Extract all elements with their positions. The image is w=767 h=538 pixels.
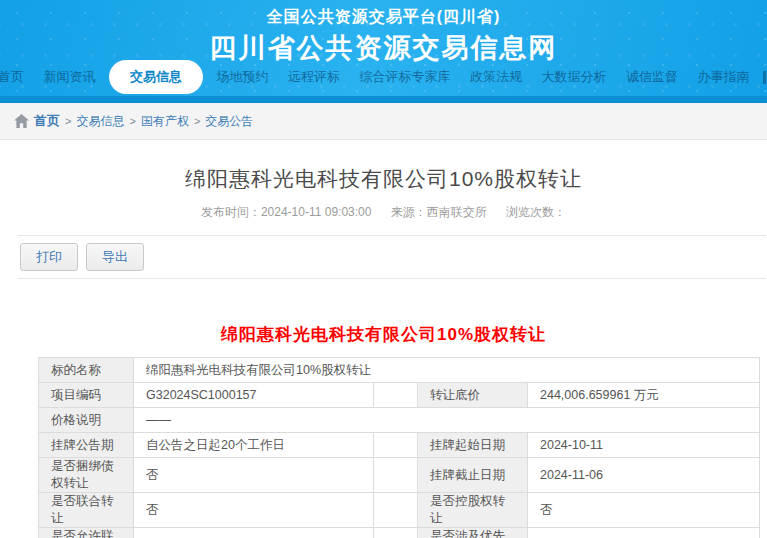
detail-heading: 绵阳惠科光电科技有限公司10%股权转让 xyxy=(0,323,767,346)
table-row: 是否捆绑债权转让 否 挂牌截止日期 2024-11-06 xyxy=(39,458,760,493)
field-value: 244,006.659961 万元 xyxy=(528,383,760,408)
toolbar: 打印 导出 xyxy=(20,243,767,271)
field-label: 是否联合转让 xyxy=(39,493,134,528)
table-row: 挂牌公告期 自公告之日起20个工作日 挂牌起始日期 2024-10-11 xyxy=(39,433,760,458)
breadcrumb-separator: > xyxy=(194,115,200,127)
breadcrumb-trade-info[interactable]: 交易信息 xyxy=(76,113,124,130)
breadcrumb-separator: > xyxy=(129,115,135,127)
home-icon xyxy=(14,114,29,128)
field-value: 否 xyxy=(134,458,374,493)
breadcrumb: 首页 > 交易信息 > 国有产权 > 交易公告 xyxy=(0,103,767,140)
nav-item-news[interactable]: 新闻资讯 xyxy=(38,61,102,93)
field-label: 挂牌截止日期 xyxy=(418,458,528,493)
divider xyxy=(18,278,766,279)
field-value: 2024-11-06 xyxy=(528,458,760,493)
nav-item-policies[interactable]: 政策法规 xyxy=(464,61,528,93)
nav-item-integrity[interactable]: 诚信监督 xyxy=(620,61,684,93)
main-content: 绵阳惠科光电科技有限公司10%股权转让 发布时间：2024-10-11 09:0… xyxy=(0,165,767,538)
field-label: 标的名称 xyxy=(39,358,134,383)
field-label: 项目编码 xyxy=(39,383,134,408)
site-subtitle: 全国公共资源交易平台(四川省) xyxy=(0,7,767,28)
table-row: 价格说明 —— xyxy=(39,408,760,433)
spacer-cell xyxy=(374,383,418,408)
field-value: 绵阳惠科光电科技有限公司10%股权转让 xyxy=(134,358,760,383)
banner-titles: 全国公共资源交易平台(四川省) 四川省公共资源交易信息网 xyxy=(0,0,767,66)
field-value: 自公告之日起20个工作日 xyxy=(134,433,374,458)
nav-item-partial[interactable] xyxy=(763,71,766,84)
article-title: 绵阳惠科光电科技有限公司10%股权转让 xyxy=(0,165,767,193)
field-value: —— xyxy=(134,408,760,433)
article-source: 来源：西南联交所 xyxy=(391,205,487,219)
table-row: 是否联合转让 否 是否控股权转让 否 xyxy=(39,493,760,528)
nav-item-big-data[interactable]: 大数据分析 xyxy=(536,61,613,93)
field-value: 涉及 xyxy=(528,528,760,538)
field-value: 否 xyxy=(134,493,374,528)
field-label: 是否允许联合受让 xyxy=(39,528,134,538)
table-row: 项目编码 G32024SC1000157 转让底价 244,006.659961… xyxy=(39,383,760,408)
article-meta: 发布时间：2024-10-11 09:03:00 来源：西南联交所 浏览次数： xyxy=(0,204,767,221)
spacer-cell xyxy=(374,433,418,458)
nav-item-trade-info[interactable]: 交易信息 xyxy=(109,60,203,94)
print-button[interactable]: 打印 xyxy=(20,243,78,271)
site-banner: 全国公共资源交易平台(四川省) 四川省公共资源交易信息网 首页 新闻资讯 交易信… xyxy=(0,0,767,96)
field-label: 挂牌起始日期 xyxy=(418,433,528,458)
divider xyxy=(18,235,766,236)
field-value: 2024-10-11 xyxy=(528,433,760,458)
field-value: 否 xyxy=(134,528,374,538)
field-label: 挂牌公告期 xyxy=(39,433,134,458)
breadcrumb-home[interactable]: 首页 xyxy=(34,112,60,130)
nav-item-remote-evaluation[interactable]: 远程评标 xyxy=(282,61,346,93)
page: 全国公共资源交易平台(四川省) 四川省公共资源交易信息网 首页 新闻资讯 交易信… xyxy=(0,0,767,538)
field-value: 否 xyxy=(528,493,760,528)
breadcrumb-separator: > xyxy=(65,115,71,127)
spacer-cell xyxy=(374,493,418,528)
field-label: 是否涉及优先权 xyxy=(418,528,528,538)
field-value: G32024SC1000157 xyxy=(134,383,374,408)
breadcrumb-trade-announcement[interactable]: 交易公告 xyxy=(205,113,253,130)
detail-table: 标的名称 绵阳惠科光电科技有限公司10%股权转让 项目编码 G32024SC10… xyxy=(38,357,760,538)
nav-item-venue-booking[interactable]: 场地预约 xyxy=(211,61,275,93)
main-nav: 首页 新闻资讯 交易信息 场地预约 远程评标 综合评标专家库 政策法规 大数据分… xyxy=(0,60,767,94)
table-row: 是否允许联合受让 否 是否涉及优先权 涉及 xyxy=(39,528,760,538)
field-label: 是否捆绑债权转让 xyxy=(39,458,134,493)
breadcrumb-state-owned-property[interactable]: 国有产权 xyxy=(141,113,189,130)
table-row: 标的名称 绵阳惠科光电科技有限公司10%股权转让 xyxy=(39,358,760,383)
field-label: 转让底价 xyxy=(418,383,528,408)
field-label: 是否控股权转让 xyxy=(418,493,528,528)
view-count: 浏览次数： xyxy=(506,205,566,219)
nav-item-guide[interactable]: 办事指南 xyxy=(692,61,756,93)
publish-time: 发布时间：2024-10-11 09:03:00 xyxy=(201,205,372,219)
export-button[interactable]: 导出 xyxy=(86,243,144,271)
spacer-cell xyxy=(374,458,418,493)
nav-item-home[interactable]: 首页 xyxy=(0,61,30,93)
spacer-cell xyxy=(374,528,418,538)
nav-item-expert-library[interactable]: 综合评标专家库 xyxy=(354,61,457,93)
field-label: 价格说明 xyxy=(39,408,134,433)
banner-bottom-strip xyxy=(0,96,767,103)
